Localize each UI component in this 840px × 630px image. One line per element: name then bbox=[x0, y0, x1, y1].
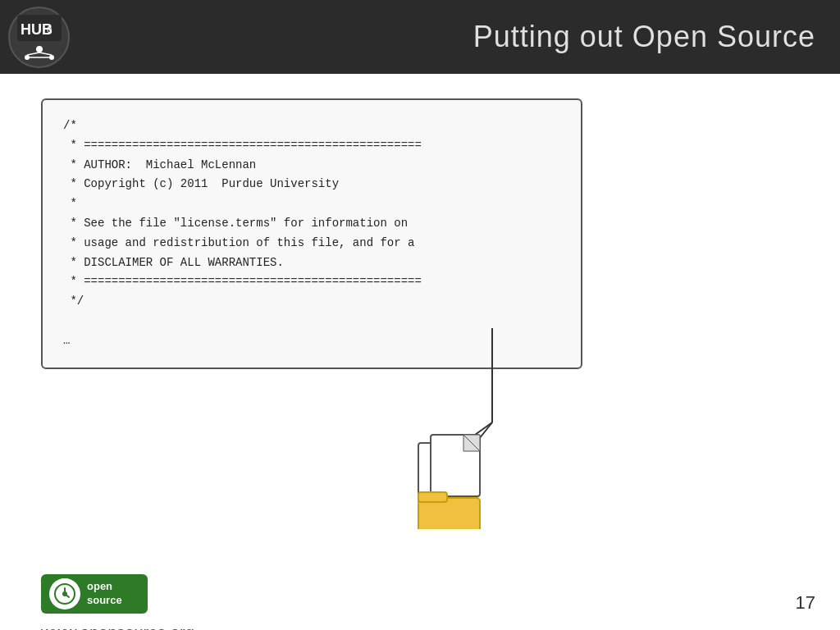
opensource-link[interactable]: www.opensource.org bbox=[41, 623, 194, 630]
svg-rect-15 bbox=[431, 435, 480, 496]
svg-line-10 bbox=[435, 422, 492, 463]
svg-point-3 bbox=[36, 46, 43, 52]
svg-line-6 bbox=[27, 52, 39, 55]
logo: HUB 0 bbox=[8, 7, 70, 68]
code-line-7: * usage and redistribution of this file,… bbox=[63, 234, 560, 253]
code-line-10: */ bbox=[63, 292, 560, 312]
svg-marker-13 bbox=[451, 443, 468, 459]
header: HUB 0 Putting out Open Source bbox=[0, 0, 840, 74]
code-line-6: * See the file "license.terms" for infor… bbox=[63, 214, 560, 234]
code-line-4: * Copyright (c) 2011 Purdue University bbox=[63, 175, 560, 194]
svg-text:0: 0 bbox=[47, 25, 52, 34]
svg-marker-16 bbox=[463, 435, 480, 451]
svg-rect-18 bbox=[418, 498, 480, 529]
main-content: /* * ===================================… bbox=[0, 74, 840, 630]
logo-circle: HUB 0 bbox=[8, 7, 70, 68]
code-line-1: /* bbox=[63, 116, 560, 136]
code-line-3: * AUTHOR: Michael McLennan bbox=[63, 156, 560, 176]
opensource-badge: open source bbox=[41, 574, 148, 614]
svg-rect-19 bbox=[418, 492, 447, 502]
code-block: /* * ===================================… bbox=[41, 98, 582, 369]
code-line-5: * bbox=[63, 194, 560, 214]
svg-line-7 bbox=[39, 52, 52, 55]
svg-rect-12 bbox=[418, 443, 468, 504]
code-line-8: * DISCLAIMER OF ALL WARRANTIES. bbox=[63, 253, 560, 273]
page-number: 17 bbox=[796, 592, 815, 614]
page-title: Putting out Open Source bbox=[473, 20, 815, 54]
badge-line1: open bbox=[87, 580, 122, 594]
svg-line-14 bbox=[451, 443, 468, 459]
code-line-2: * ======================================… bbox=[63, 136, 560, 156]
opensource-section: open source www.opensource.org bbox=[41, 574, 799, 630]
code-line-9: * ======================================… bbox=[63, 272, 560, 292]
svg-line-17 bbox=[463, 435, 480, 451]
svg-line-11 bbox=[459, 422, 492, 463]
badge-text: open source bbox=[87, 580, 122, 608]
osi-logo bbox=[49, 578, 80, 609]
badge-line2: source bbox=[87, 594, 122, 608]
code-line-12: … bbox=[63, 331, 560, 351]
code-line-11 bbox=[63, 312, 560, 331]
svg-point-22 bbox=[62, 591, 67, 596]
